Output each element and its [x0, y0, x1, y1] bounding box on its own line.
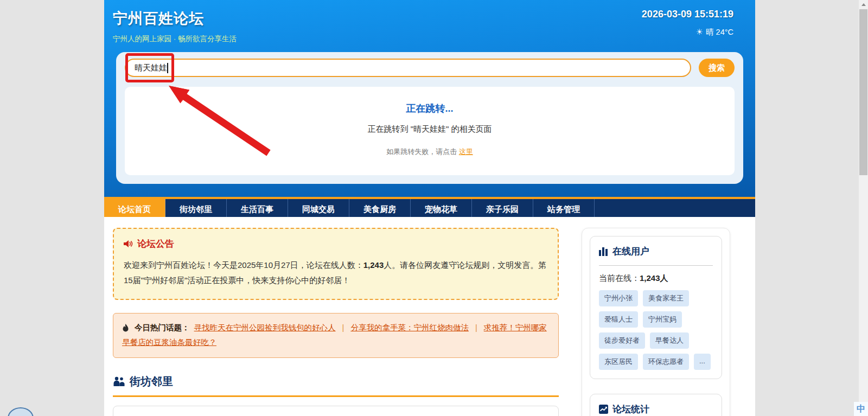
redirect-fallback-link[interactable]: 这里: [459, 148, 473, 156]
announcement-text-before: 欢迎来到宁州百姓论坛！今天是2025年10月27日，论坛在线人数：: [124, 260, 363, 270]
forum-page: 宁州百姓论坛 宁州人的网上家园 · 畅所欲言分享生活 2026-03-09 15…: [104, 0, 755, 416]
redirect-panel: 正在跳转... 正在跳转到 "晴天娃娃" 的相关页面 如果跳转失败，请点击 这里: [125, 87, 735, 175]
nav-tab-food-kitchen[interactable]: 美食厨房: [349, 199, 411, 217]
line-chart-icon: [599, 405, 608, 414]
online-count-line: 当前在线：1,243人: [599, 273, 713, 284]
scrollbar-thumb[interactable]: [859, 9, 867, 175]
online-count-label: 当前在线：: [599, 273, 640, 283]
nav-tab-local-trade[interactable]: 同城交易: [288, 199, 349, 217]
user-tag[interactable]: 东区居民: [599, 354, 638, 370]
hot-topic-separator: |: [475, 323, 477, 332]
scrollbar-up-arrow-icon[interactable]: [859, 0, 868, 9]
divider: [599, 265, 713, 266]
section-title: 街坊邻里: [130, 374, 173, 389]
user-tag[interactable]: 宁州小张: [599, 290, 638, 306]
announcement-online-count: 1,243: [363, 260, 384, 270]
nav-tab-forum-home[interactable]: 论坛首页: [104, 199, 165, 217]
nav-tab-parenting[interactable]: 亲子乐园: [472, 199, 533, 217]
hot-topic-separator: |: [342, 323, 344, 332]
header-info: 2026-03-09 15:51:19 ☀晴 24°C: [642, 9, 733, 37]
hot-topic-link-2[interactable]: 分享我的拿手菜：宁州红烧肉做法: [350, 323, 469, 332]
user-tag-more[interactable]: ...: [694, 354, 711, 370]
content-area: 论坛公告 欢迎来到宁州百姓论坛！今天是2025年10月27日，论坛在线人数：1,…: [104, 217, 755, 416]
flame-icon: [122, 324, 129, 332]
user-tag[interactable]: 宁州宝妈: [643, 311, 682, 328]
user-tag[interactable]: 徒步爱好者: [599, 332, 645, 349]
nav-tab-site-admin[interactable]: 站务管理: [533, 199, 595, 217]
nav-tab-daily-life[interactable]: 生活百事: [227, 199, 288, 217]
search-panel: 搜索 正在跳转... 正在跳转到 "晴天娃娃" 的相关页面 如果跳转失败，请点击…: [116, 52, 743, 184]
user-tag[interactable]: 早餐达人: [650, 332, 689, 349]
search-input-wrap: [125, 59, 691, 77]
online-users-box: 在线用户 当前在线：1,243人 宁州小张 美食家老王 爱猫人士 宁州宝妈 徒步…: [590, 236, 722, 379]
announcement-text: 欢迎来到宁州百姓论坛！今天是2025年10月27日，论坛在线人数：1,243人。…: [124, 258, 548, 288]
forum-stats-box: 论坛统计 156 今日发帖 203 昨日发帖: [590, 394, 722, 416]
redirect-fallback-text: 如果跳转失败，请点击: [386, 148, 457, 156]
sun-icon: ☀: [696, 27, 703, 36]
forum-announcement: 论坛公告 欢迎来到宁州百姓论坛！今天是2025年10月27日，论坛在线人数：1,…: [113, 228, 559, 300]
people-icon: [113, 376, 125, 386]
weather-display: ☀晴 24°C: [642, 27, 733, 37]
nav-tab-neighborhood[interactable]: 街坊邻里: [165, 199, 227, 217]
online-count-value: 1,243人: [640, 273, 668, 283]
nav-tab-pets-plants[interactable]: 宠物花草: [411, 199, 472, 217]
forum-stats-heading: 论坛统计: [612, 403, 649, 415]
search-input[interactable]: [125, 59, 691, 77]
hot-topics-label: 今日热门话题：: [135, 323, 190, 332]
text-cursor: [167, 63, 168, 73]
bar-chart-icon: [599, 247, 608, 256]
hot-topic-link-1[interactable]: 寻找昨天在宁州公园捡到我钱包的好心人: [194, 323, 336, 332]
sidebar: 在线用户 当前在线：1,243人 宁州小张 美食家老王 爱猫人士 宁州宝妈 徒步…: [582, 228, 730, 416]
ime-indicator[interactable]: 中: [854, 402, 868, 416]
vertical-scrollbar[interactable]: [859, 0, 868, 416]
search-button[interactable]: 搜索: [699, 59, 735, 77]
ime-indicator-label: 中: [857, 404, 865, 415]
user-tag[interactable]: 爱猫人士: [599, 311, 638, 328]
user-tag[interactable]: 美食家老王: [643, 290, 689, 306]
main-column: 论坛公告 欢迎来到宁州百姓论坛！今天是2025年10月27日，论坛在线人数：1,…: [113, 228, 559, 416]
site-header: 宁州百姓论坛 宁州人的网上家园 · 畅所欲言分享生活 2026-03-09 15…: [104, 0, 755, 197]
datetime-display: 2026-03-09 15:51:19: [642, 9, 733, 20]
redirect-message: 正在跳转到 "晴天娃娃" 的相关页面: [136, 124, 724, 135]
sidebar-card: 在线用户 当前在线：1,243人 宁州小张 美食家老王 爱猫人士 宁州宝妈 徒步…: [582, 228, 730, 416]
neighborhood-section-heading: 街坊邻里: [113, 374, 559, 397]
hot-topics-bar: 今日热门话题： 寻找昨天在宁州公园捡到我钱包的好心人 | 分享我的拿手菜：宁州红…: [113, 313, 559, 358]
announcement-title: 论坛公告: [137, 238, 174, 250]
redirect-title: 正在跳转...: [136, 102, 724, 115]
redirect-fallback: 如果跳转失败，请点击 这里: [136, 147, 724, 157]
online-user-tags: 宁州小张 美食家老王 爱猫人士 宁州宝妈 徒步爱好者 早餐达人 东区居民 环保志…: [599, 290, 713, 370]
floating-widget-partial[interactable]: [8, 407, 34, 416]
main-nav: 论坛首页 街坊邻里 生活百事 同城交易 美食厨房 宠物花草 亲子乐园 站务管理: [104, 197, 755, 217]
weather-text: 晴 24°C: [706, 28, 733, 36]
post-list-item[interactable]: 寻找昨天在宁州公园捡到我钱包的好心人 宁州小张 2025-10-27 14:45…: [113, 406, 559, 416]
user-tag[interactable]: 环保志愿者: [643, 354, 689, 370]
online-users-heading: 在线用户: [612, 245, 649, 258]
speaker-icon: [124, 240, 133, 248]
